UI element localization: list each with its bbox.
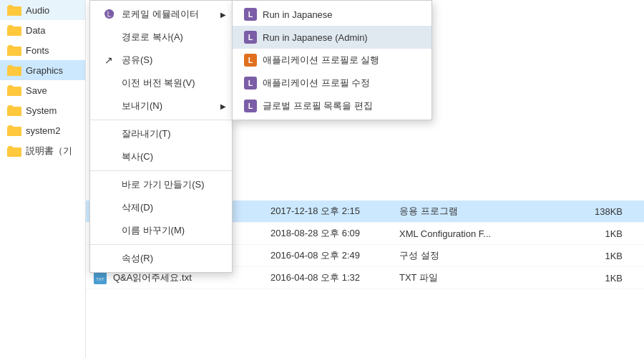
context-menu-item-delete[interactable]: 삭제(D): [90, 196, 232, 219]
sidebar-item-save[interactable]: Save: [0, 80, 85, 100]
submenu-item-run-profile-label: 애플리케이션 프로필로 실행: [263, 54, 379, 67]
sidebar-item-fonts[interactable]: Fonts: [0, 40, 85, 60]
sidebar-item-save-label: Save: [26, 85, 47, 96]
context-menu-item-locale-label: 로케일 에뮬레이터: [122, 8, 199, 21]
context-menu-item-cut-label: 잘라내기(T): [122, 127, 171, 140]
context-menu-item-sendto-label: 보내기(N): [122, 100, 162, 112]
sidebar-item-data[interactable]: Data: [0, 20, 85, 40]
submenu-item-run-profile[interactable]: L 애플리케이션 프로필로 실행: [233, 49, 431, 72]
explorer-window: Audio Data Fonts Graphi: [0, 0, 644, 358]
file-type-txt: TXT 파일: [399, 271, 514, 284]
file-size-ini: 1KB: [514, 251, 637, 261]
sidebar-item-system-label: System: [26, 105, 57, 116]
context-menu-item-cut[interactable]: 잘라내기(T): [90, 122, 232, 145]
sidebar-item-readme[interactable]: 説明書（기: [0, 140, 85, 162]
sidebar-item-graphics-label: Graphics: [26, 65, 63, 76]
folder-icon-data: [7, 24, 21, 36]
svg-text:TXT: TXT: [96, 277, 104, 281]
folder-icon-readme: [7, 145, 21, 157]
context-menu-item-copy[interactable]: 복사(C): [90, 145, 232, 168]
context-menu-item-copy-label: 복사(C): [122, 150, 153, 163]
separator-2: [90, 170, 232, 171]
submenu-item-run-japanese-admin-label: Run in Japanese (Admin): [263, 32, 368, 43]
submenu-item-run-japanese-label: Run in Japanese: [263, 9, 333, 20]
submenu-locale: L Run in Japanese L Run in Japanese (Adm…: [232, 0, 432, 120]
submenu-item-run-japanese-admin[interactable]: L Run in Japanese (Admin): [233, 26, 431, 49]
sidebar-item-graphics[interactable]: Graphics: [0, 60, 85, 80]
context-menu-item-rename[interactable]: 이름 바꾸기(M): [90, 219, 232, 242]
context-menu-item-copy-path-label: 경로로 복사(A): [122, 31, 183, 44]
context-menu-item-restore[interactable]: 이전 버전 복원(V): [90, 72, 232, 95]
context-menu-item-locale[interactable]: 🅛 로케일 에뮬레이터 ▶: [90, 3, 232, 26]
file-type-game-exe: 응용 프로그램: [399, 205, 514, 218]
sidebar-item-system2-label: system2: [26, 125, 60, 136]
folder-icon-save: [7, 84, 21, 96]
context-menu-item-restore-label: 이전 버전 복원(V): [122, 77, 195, 90]
context-menu-item-properties-label: 속성(R): [122, 252, 153, 265]
context-menu-item-share[interactable]: ↗ 공유(S): [90, 49, 232, 72]
file-size-config: 1KB: [514, 228, 637, 239]
txt-icon: TXT: [93, 271, 107, 285]
sidebar-item-audio[interactable]: Audio: [0, 0, 85, 20]
sidebar-item-readme-label: 説明書（기: [26, 145, 72, 158]
sidebar-item-system[interactable]: System: [0, 100, 85, 120]
run-japanese-admin-icon: L: [244, 31, 257, 44]
separator-1: [90, 120, 232, 120]
submenu-item-run-japanese[interactable]: L Run in Japanese: [233, 3, 431, 26]
file-date-config: 2018-08-28 오후 6:09: [270, 227, 399, 240]
submenu-item-global-profile-label: 글로벌 프로필 목록을 편집: [263, 100, 373, 112]
context-menu-item-rename-label: 이름 바꾸기(M): [122, 224, 185, 237]
submenu-item-global-profile[interactable]: L 글로벌 프로필 목록을 편집: [233, 95, 431, 117]
file-name-txt: Q&A읽어주세요.txt: [113, 271, 270, 284]
sendto-arrow-icon: ▶: [220, 102, 226, 110]
file-date-ini: 2016-04-08 오후 2:49: [270, 249, 399, 262]
folder-icon-fonts: [7, 44, 21, 56]
separator-3: [90, 244, 232, 245]
locale-icon: 🅛: [104, 9, 119, 20]
context-menu: 🅛 로케일 에뮬레이터 ▶ 경로로 복사(A) ↗ 공유(S) 이전 버전 복원…: [89, 0, 233, 273]
folder-icon-system2: [7, 125, 21, 136]
global-profile-icon: L: [244, 100, 257, 112]
submenu-item-edit-profile[interactable]: L 애플리케이션 프로필 수정: [233, 72, 431, 95]
sidebar: Audio Data Fonts Graphi: [0, 0, 86, 358]
run-japanese-icon: L: [244, 8, 257, 21]
file-type-config: XML Configuration F...: [399, 228, 514, 239]
folder-icon-audio: [7, 4, 21, 16]
context-menu-item-sendto[interactable]: 보내기(N) ▶: [90, 95, 232, 117]
sidebar-item-fonts-label: Fonts: [26, 45, 49, 56]
folder-icon-graphics: [7, 64, 21, 76]
context-menu-item-create-shortcut[interactable]: 바로 가기 만들기(S): [90, 173, 232, 196]
submenu-item-edit-profile-label: 애플리케이션 프로필 수정: [263, 77, 370, 90]
share-icon: ↗: [104, 54, 119, 66]
context-menu-item-delete-label: 삭제(D): [122, 201, 153, 214]
context-menu-item-share-label: 공유(S): [122, 54, 152, 67]
file-type-ini: 구성 설정: [399, 249, 514, 262]
sidebar-item-system2[interactable]: system2: [0, 120, 85, 140]
file-size-game-exe: 138KB: [514, 206, 637, 217]
file-date-game-exe: 2017-12-18 오후 2:15: [270, 205, 399, 218]
edit-profile-icon: L: [244, 77, 257, 90]
folder-icon-system: [7, 105, 21, 116]
context-menu-item-copy-path[interactable]: 경로로 복사(A): [90, 26, 232, 49]
sidebar-item-audio-label: Audio: [26, 5, 49, 16]
file-date-txt: 2016-04-08 오후 1:32: [270, 271, 399, 284]
submenu-arrow-icon: ▶: [220, 11, 226, 19]
run-profile-icon: L: [244, 54, 257, 67]
sidebar-item-data-label: Data: [26, 25, 45, 36]
file-size-txt: 1KB: [514, 273, 637, 284]
context-menu-item-properties[interactable]: 속성(R): [90, 247, 232, 270]
context-menu-item-create-shortcut-label: 바로 가기 만들기(S): [122, 178, 205, 191]
